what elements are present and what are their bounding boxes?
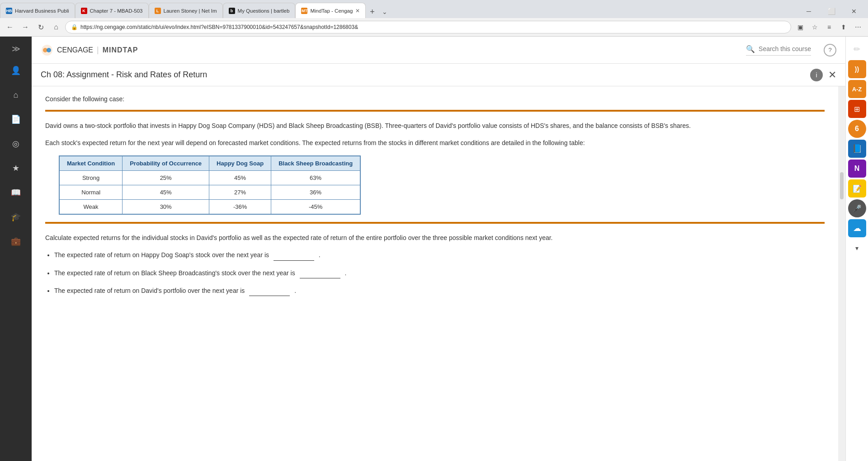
close-tab-icon[interactable]: ✕	[355, 8, 360, 14]
sticky-note-icon: 📝	[853, 184, 862, 193]
perusall-button[interactable]: 6	[848, 120, 866, 138]
back-button[interactable]: ←	[4, 21, 16, 33]
answer-blank-q3[interactable]	[249, 286, 290, 296]
blue-book-icon: 📘	[852, 144, 862, 154]
scrollbar[interactable]	[838, 86, 845, 461]
globe-icon: ◎	[12, 139, 19, 149]
sidebar-item-profile[interactable]: 👤	[5, 60, 26, 81]
tab-mindtap[interactable]: MT MindTap - Cengag ✕	[295, 3, 366, 18]
tab-kaplan[interactable]: K Chapter 7 - MBAD-503	[75, 3, 149, 18]
cengage-label: CENGAGE	[57, 46, 93, 54]
pencil-button[interactable]: ✏	[848, 40, 866, 58]
home-button[interactable]: ⌂	[50, 21, 62, 33]
address-box[interactable]: 🔒 https://ng.cengage.com/static/nb/ui/ev…	[65, 21, 791, 33]
cell-bsb-weak: -45%	[271, 199, 361, 214]
info-icon: i	[816, 71, 817, 79]
sticky-note-button[interactable]: 📝	[848, 179, 866, 198]
list-item-q1: The expected rate of return on Happy Dog…	[54, 250, 825, 260]
blue-book-button[interactable]: 📘	[848, 140, 866, 158]
page-title-bar: Ch 08: Assignment - Risk and Rates of Re…	[32, 64, 845, 86]
cell-market-strong: Strong	[59, 170, 123, 185]
sidebar-item-graduation[interactable]: 🎓	[5, 207, 26, 227]
right-toolbar: ✏ )) A-Z ⊞ 6 📘 N 📝 🎤 ☁ ▾	[845, 37, 868, 461]
logo-divider: |	[97, 45, 99, 55]
table-row-normal: Normal 45% 27% 36%	[59, 185, 360, 199]
tab-favicon: HB	[6, 8, 12, 14]
collection-button[interactable]: ≡	[823, 21, 835, 33]
col-header-market: Market Condition	[59, 156, 123, 171]
tab-bartleby[interactable]: b My Questions | bartleb	[223, 3, 296, 18]
reload-button[interactable]: ↻	[34, 21, 47, 33]
tab-overflow-button[interactable]: ⌄	[378, 5, 391, 18]
cell-prob-strong: 25%	[123, 170, 209, 185]
title-actions: i ✕	[810, 69, 836, 81]
check-button[interactable]: ▾	[848, 239, 866, 257]
search-area[interactable]: 🔍 Search this course	[746, 45, 811, 56]
check-icon: ▾	[855, 245, 859, 252]
search-label: Search this course	[759, 45, 811, 52]
market-conditions-table: Market Condition Probability of Occurren…	[59, 155, 361, 215]
answer-blank-q2[interactable]	[300, 268, 340, 278]
new-tab-button[interactable]: +	[366, 5, 378, 18]
rss-button[interactable]: ))	[848, 60, 866, 78]
address-bar-row: ← → ↻ ⌂ 🔒 https://ng.cengage.com/static/…	[0, 18, 868, 36]
document-icon: 📄	[11, 114, 21, 124]
tab-hb[interactable]: HB Harvard Business Publi	[0, 3, 75, 18]
svg-point-2	[47, 48, 51, 52]
scrollbar-thumb[interactable]	[840, 172, 844, 199]
sidebar-item-star[interactable]: ★	[5, 158, 26, 179]
help-icon: ?	[828, 47, 831, 53]
office-button[interactable]: ⊞	[848, 100, 866, 118]
close-window-button[interactable]: ✕	[844, 5, 864, 18]
cengage-logo-icon	[41, 44, 53, 56]
sidebar-expand-button[interactable]: ≫	[9, 41, 23, 56]
onenote-button[interactable]: N	[848, 160, 866, 178]
az-button[interactable]: A-Z	[848, 80, 866, 98]
bookmark-button[interactable]: ☆	[808, 21, 821, 33]
sidebar-item-home[interactable]: ⌂	[5, 85, 26, 105]
col-header-bsb: Black Sheep Broadcasting	[271, 156, 361, 171]
paragraph1: David owns a two-stock portfolio that in…	[45, 121, 825, 131]
maximize-button[interactable]: ⬜	[821, 5, 842, 18]
sidebar-item-book[interactable]: 📖	[5, 182, 26, 203]
table-container: Market Condition Probability of Occurren…	[59, 155, 825, 215]
voice-button[interactable]: 🎤	[848, 199, 866, 217]
tab-label: My Questions | bartleb	[238, 8, 290, 14]
forward-button[interactable]: →	[19, 21, 32, 33]
table-row-weak: Weak 30% -36% -45%	[59, 199, 360, 214]
cell-hds-weak: -36%	[209, 199, 271, 214]
tab-label: Lauren Stoney | Net Im	[164, 8, 217, 14]
minimize-button[interactable]: ─	[798, 5, 819, 18]
office-icon: ⊞	[854, 105, 860, 113]
reader-view-button[interactable]: ▣	[794, 21, 807, 33]
cell-market-normal: Normal	[59, 185, 123, 199]
tab-label: MindTap - Cengag	[310, 8, 353, 14]
logo-text: CENGAGE | MINDTAP	[57, 45, 138, 55]
graduation-icon: 🎓	[11, 212, 21, 222]
cell-prob-weak: 30%	[123, 199, 209, 214]
sidebar-item-globe[interactable]: ◎	[5, 133, 26, 154]
info-button[interactable]: i	[810, 69, 823, 81]
answer-blank-q1[interactable]	[274, 250, 314, 260]
sidebar-item-briefcase[interactable]: 💼	[5, 231, 26, 252]
share-button[interactable]: ⬆	[837, 21, 850, 33]
rss-icon: ))	[855, 66, 859, 73]
content-scroll-wrapper: Consider the following case: David owns …	[32, 86, 845, 461]
close-button[interactable]: ✕	[828, 69, 836, 81]
more-button[interactable]: ⋯	[852, 21, 864, 33]
az-icon: A-Z	[852, 86, 862, 93]
logo-area: CENGAGE | MINDTAP	[41, 44, 138, 56]
sidebar-item-document[interactable]: 📄	[5, 109, 26, 130]
list-item-q2: The expected rate of return on Black She…	[54, 268, 825, 278]
book-icon: 📖	[11, 188, 21, 198]
cloud-button[interactable]: ☁	[848, 219, 866, 237]
tab-favicon: MT	[301, 8, 307, 14]
tab-lauren[interactable]: L Lauren Stoney | Net Im	[149, 3, 223, 18]
star-icon: ★	[12, 163, 19, 173]
period1: .	[319, 251, 321, 259]
paragraph2: Each stock's expected return for the nex…	[45, 138, 825, 148]
window-controls: ─ ⬜ ✕	[798, 5, 868, 18]
tab-label: Chapter 7 - MBAD-503	[90, 8, 143, 14]
help-button[interactable]: ?	[824, 44, 836, 56]
profile-icon: 👤	[11, 66, 21, 75]
